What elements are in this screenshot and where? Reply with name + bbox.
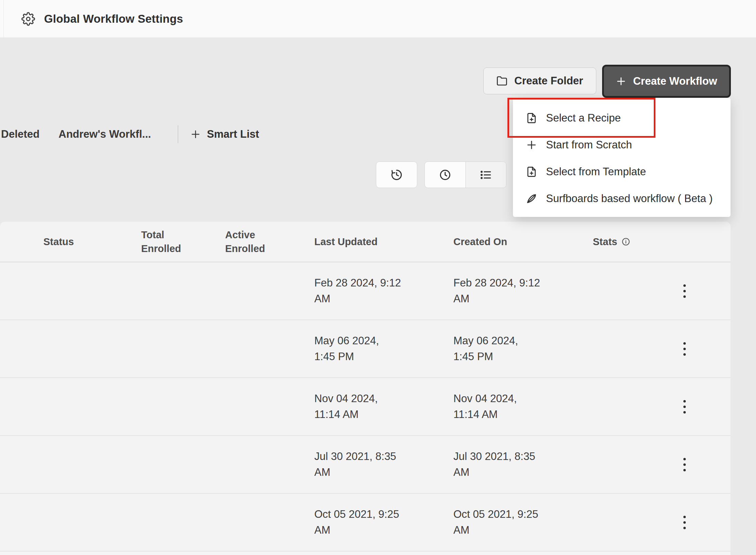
cell-created-on: May 06 2024, 1:45 PM xyxy=(453,320,560,377)
row-menu-button[interactable] xyxy=(675,378,694,435)
plus-icon xyxy=(616,76,626,86)
table-row-partial xyxy=(0,552,731,555)
cell-created-on: Nov 04 2024, 11:14 AM xyxy=(453,378,560,435)
menu-item-label: Select a Recipe xyxy=(546,112,621,124)
menu-item-label: Select from Template xyxy=(546,166,646,178)
menu-item-select-recipe[interactable]: Select a Recipe xyxy=(513,105,731,132)
table-header-row: Status Total Enrolled Active Enrolled La… xyxy=(0,222,731,262)
surfboard-icon xyxy=(526,193,537,204)
smart-list-button[interactable]: Smart List xyxy=(190,125,259,143)
row-menu-button[interactable] xyxy=(675,494,694,551)
create-folder-label: Create Folder xyxy=(514,75,583,87)
tab-divider xyxy=(178,125,178,143)
file-plus-icon xyxy=(526,113,537,124)
plus-icon xyxy=(190,129,201,139)
plus-icon xyxy=(526,139,537,150)
col-header-stats-label: Stats xyxy=(593,236,617,248)
smart-list-label: Smart List xyxy=(207,128,259,140)
col-header-stats: Stats xyxy=(593,222,630,262)
cell-last-updated: Nov 04 2024, 11:14 AM xyxy=(314,378,421,435)
menu-item-select-from-template[interactable]: Select from Template xyxy=(513,158,731,185)
create-workflow-label: Create Workflow xyxy=(633,75,717,87)
row-menu-button[interactable] xyxy=(675,262,694,320)
history-toggle-button[interactable] xyxy=(376,161,417,188)
history-icon xyxy=(390,169,403,181)
cell-last-updated: Jul 30 2021, 8:35 AM xyxy=(314,436,421,493)
cell-created-on: Jul 30 2021, 8:35 AM xyxy=(453,436,560,493)
topbar: Global Workflow Settings xyxy=(0,0,756,38)
menu-item-label: Start from Scratch xyxy=(546,139,632,151)
page-title: Global Workflow Settings xyxy=(44,12,183,25)
col-header-active-enrolled: Active Enrolled xyxy=(225,222,265,262)
info-icon[interactable] xyxy=(621,237,630,246)
cell-created-on: Feb 28 2024, 9:12 AM xyxy=(453,262,560,320)
tab-andrews-workflow[interactable]: Andrew's Workfl... xyxy=(59,128,151,140)
row-menu-button[interactable] xyxy=(675,320,694,377)
table-row: Nov 04 2024, 11:14 AM Nov 04 2024, 11:14… xyxy=(0,378,731,436)
gear-icon[interactable] xyxy=(21,12,35,26)
table-row: Oct 05 2021, 9:25 AM Oct 05 2021, 9:25 A… xyxy=(0,494,731,552)
row-menu-button[interactable] xyxy=(675,436,694,493)
create-workflow-button[interactable]: Create Workflow xyxy=(602,65,731,98)
menu-item-label: Surfboards based workflow ( Beta ) xyxy=(546,192,713,205)
table-row: May 06 2024, 1:45 PM May 06 2024, 1:45 P… xyxy=(0,320,731,378)
clock-icon xyxy=(439,169,451,181)
cell-created-on: Oct 05 2021, 9:25 AM xyxy=(453,494,560,551)
list-view-button[interactable] xyxy=(465,162,506,188)
cell-last-updated: May 06 2024, 1:45 PM xyxy=(314,320,421,377)
col-header-total-enrolled: Total Enrolled xyxy=(141,222,181,262)
table-row: Jul 30 2021, 8:35 AM Jul 30 2021, 8:35 A… xyxy=(0,436,731,494)
create-workflow-menu: Select a Recipe Start from Scratch Selec… xyxy=(513,98,731,217)
tab-deleted[interactable]: Deleted xyxy=(1,128,40,140)
list-icon xyxy=(480,169,492,181)
table-row: Feb 28 2024, 9:12 AM Feb 28 2024, 9:12 A… xyxy=(0,262,731,320)
folder-icon xyxy=(496,75,507,86)
file-plus-icon xyxy=(526,166,537,177)
menu-item-surfboards-workflow[interactable]: Surfboards based workflow ( Beta ) xyxy=(513,185,731,212)
workflows-table: Status Total Enrolled Active Enrolled La… xyxy=(0,222,731,555)
col-header-created-on: Created On xyxy=(453,222,507,262)
col-header-last-updated: Last Updated xyxy=(314,222,378,262)
col-header-status: Status xyxy=(43,222,74,262)
menu-item-start-from-scratch[interactable]: Start from Scratch xyxy=(513,132,731,158)
create-folder-button[interactable]: Create Folder xyxy=(483,67,596,94)
view-toggle-group xyxy=(424,161,506,188)
time-view-button[interactable] xyxy=(425,162,465,188)
cell-last-updated: Oct 05 2021, 9:25 AM xyxy=(314,494,421,551)
cell-last-updated: Feb 28 2024, 9:12 AM xyxy=(314,262,421,320)
